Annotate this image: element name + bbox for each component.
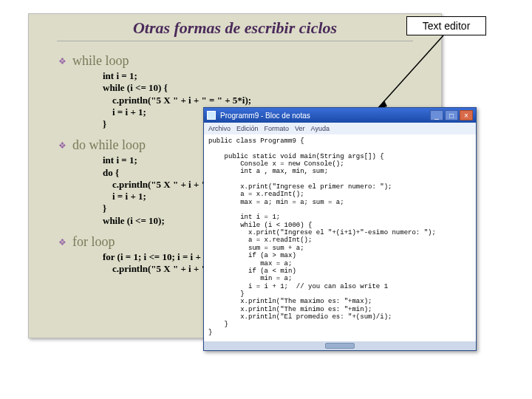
maximize-button[interactable]: □ [445, 110, 458, 120]
close-button[interactable]: × [460, 110, 473, 120]
bullet-icon: ❖ [58, 140, 66, 151]
horizontal-scrollbar[interactable] [204, 341, 476, 350]
window-title: Programm9 - Bloc de notas [220, 112, 310, 120]
notepad-window[interactable]: Programm9 - Bloc de notas _ □ × Archivo … [203, 107, 477, 351]
text-editor-label: Text editor [406, 16, 486, 35]
menu-item[interactable]: Archivo [208, 125, 231, 132]
menu-item[interactable]: Ver [295, 125, 305, 132]
bullet-icon: ❖ [58, 56, 66, 67]
loop-heading: while loop [72, 53, 129, 69]
loop-heading: for loop [72, 234, 115, 250]
editor-text[interactable]: public class Programm9 { public static v… [208, 137, 471, 336]
bullet-icon: ❖ [58, 237, 66, 248]
editor-body[interactable]: public class Programm9 { public static v… [204, 134, 476, 341]
menu-item[interactable]: Formato [265, 125, 290, 132]
minimize-button[interactable]: _ [430, 110, 443, 120]
scrollbar-thumb[interactable] [325, 343, 355, 349]
menu-item[interactable]: Edición [236, 125, 259, 132]
loop-heading: do while loop [72, 137, 146, 153]
slide-title: Otras formas de escribir ciclos [133, 18, 337, 37]
window-titlebar[interactable]: Programm9 - Bloc de notas _ □ × [204, 108, 476, 123]
menubar[interactable]: Archivo Edición Formato Ver Ayuda [204, 123, 476, 134]
menu-item[interactable]: Ayuda [311, 125, 330, 132]
notepad-icon [207, 111, 216, 120]
